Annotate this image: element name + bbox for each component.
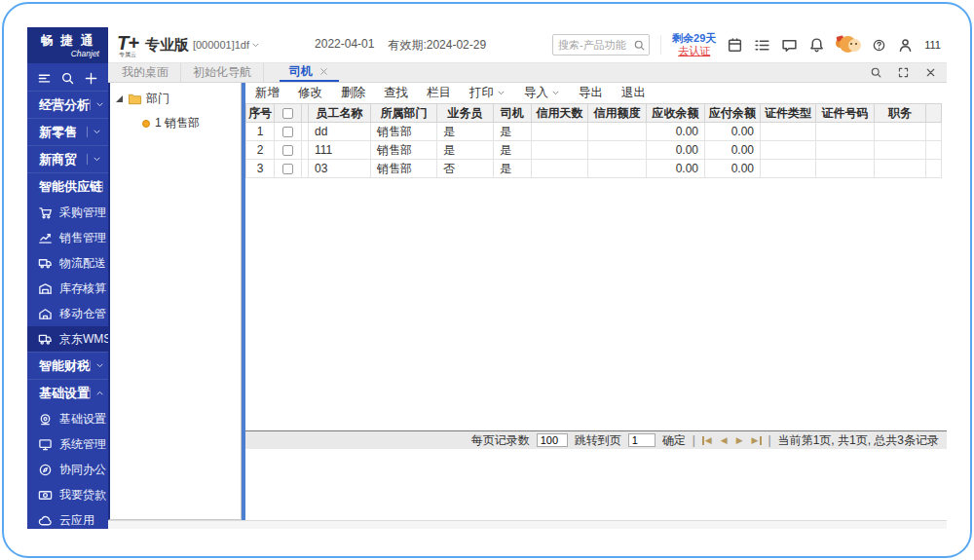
sidebar-item-logistics[interactable]: 物流配送: [27, 250, 108, 276]
column-header-salesman[interactable]: 业务员: [437, 104, 494, 123]
cell-cert_no: [816, 160, 875, 178]
tree-expanded-icon[interactable]: [116, 95, 123, 102]
cell-cert_type: [761, 123, 816, 141]
certify-link[interactable]: 去认证: [672, 45, 716, 57]
cell-receivable: 0.00: [647, 141, 705, 160]
tasklist-icon[interactable]: [754, 37, 770, 54]
column-header-payable[interactable]: 应付余额: [705, 104, 761, 123]
last-page-icon[interactable]: ▶: [752, 436, 762, 445]
sidebar-item-purchase[interactable]: 采购管理: [27, 200, 108, 225]
goto-page-input[interactable]: [628, 433, 656, 447]
column-header-cert_no[interactable]: 证件号码: [816, 104, 875, 123]
column-header-dept[interactable]: 所属部门: [371, 104, 437, 123]
message-icon[interactable]: [781, 37, 798, 54]
sidebar-item-basic-settings[interactable]: 基础设置: [27, 406, 108, 431]
exit-button[interactable]: 退出: [621, 85, 646, 101]
column-header-credit_limit[interactable]: 信用额度: [588, 104, 647, 123]
tab-my-desktop[interactable]: 我的桌面: [110, 63, 181, 82]
bell-icon[interactable]: [808, 37, 825, 54]
sidebar-item-label: 基础设置: [59, 411, 106, 428]
row-checkbox[interactable]: [282, 127, 293, 137]
first-page-icon[interactable]: ◀: [702, 436, 712, 445]
column-header-cert_type[interactable]: 证件类型: [761, 104, 816, 123]
tree-root-department[interactable]: 部门: [116, 91, 235, 107]
delete-button[interactable]: 删除: [341, 85, 365, 101]
trial-remaining-label: 剩余29天: [672, 32, 716, 45]
print-button[interactable]: 打印: [469, 85, 506, 101]
sidebar-group-new-retail[interactable]: 新零售: [27, 118, 108, 145]
system-icon: [38, 437, 53, 452]
find-button[interactable]: 查找: [384, 85, 408, 101]
sidebar-item-mobile-wms[interactable]: 移动仓管: [27, 301, 108, 326]
sidebar-item-loan[interactable]: 我要贷款: [27, 482, 108, 507]
column-header-select[interactable]: [275, 104, 302, 123]
sidebar-group-business-analysis[interactable]: 经营分析: [27, 91, 108, 118]
edit-button[interactable]: 修改: [298, 85, 322, 101]
cell-dept: 销售部: [371, 160, 437, 178]
sidebar-search-icon[interactable]: [60, 71, 75, 86]
row-checkbox[interactable]: [282, 145, 293, 156]
tab-search-icon[interactable]: [870, 66, 882, 79]
sidebar-item-jd-wms[interactable]: 京东WMS: [27, 326, 108, 352]
table-row[interactable]: 2111销售部是是0.000.00: [246, 141, 942, 160]
sidebar-menu: 经营分析新零售新商贸智能供应链采购管理销售管理物流配送库存核算移动仓管京东WMS…: [27, 91, 108, 529]
sidebar-group-new-trade[interactable]: 新商贸: [27, 145, 108, 172]
mascot-icon[interactable]: [836, 35, 861, 55]
search-icon[interactable]: [633, 39, 646, 52]
row-checkbox[interactable]: [282, 164, 293, 174]
chevron-down-icon: [93, 128, 101, 136]
account-switcher[interactable]: [000001]1df: [193, 39, 260, 51]
product-search[interactable]: [552, 34, 650, 56]
sidebar-item-system-mgmt[interactable]: 系统管理: [27, 431, 108, 457]
column-header-driver[interactable]: 司机: [494, 104, 532, 123]
fullscreen-icon[interactable]: [897, 66, 910, 79]
tab-init-nav[interactable]: 初始化导航: [181, 63, 264, 82]
account-label: [000001]1df: [193, 39, 249, 51]
import-button[interactable]: 导入: [524, 85, 560, 101]
menu-icon[interactable]: [37, 71, 52, 86]
bottom-strip: [108, 521, 947, 529]
columns-button[interactable]: 栏目: [427, 85, 451, 101]
separator: |: [768, 433, 771, 447]
table-row[interactable]: 1dd销售部是是0.000.00: [246, 123, 942, 141]
help-icon[interactable]: [872, 38, 886, 53]
tree-node-label: 1 销售部: [155, 115, 200, 131]
column-header-job[interactable]: 职务: [875, 104, 926, 123]
column-header-seq[interactable]: 序号: [246, 104, 275, 123]
button-label: 修改: [298, 85, 322, 101]
sidebar-group-basic-setup[interactable]: 基础设置: [27, 379, 108, 406]
search-input[interactable]: [558, 39, 630, 51]
prev-page-icon[interactable]: ◀: [721, 436, 728, 445]
confirm-button[interactable]: 确定: [662, 432, 686, 449]
user-icon[interactable]: [897, 37, 914, 54]
close-tab-icon[interactable]: [318, 66, 329, 77]
column-header-name[interactable]: 员工名称: [309, 104, 371, 123]
sidebar-item-cloud-apps[interactable]: 云应用: [27, 507, 108, 529]
sidebar-item-sales[interactable]: 销售管理: [27, 225, 108, 250]
chevron-up-icon: [95, 389, 104, 397]
cell-credit_days: [532, 160, 588, 178]
window-frame: 畅 捷 通 Chanjet T+ 专属云 专业版 [000001]1df 202…: [2, 2, 972, 558]
sidebar-item-collab-office[interactable]: 协同办公: [27, 457, 108, 482]
tree-node-sales-dept[interactable]: 1 销售部: [142, 115, 235, 131]
column-header-spacer[interactable]: [302, 104, 309, 123]
sidebar-item-inventory[interactable]: 库存核算: [27, 276, 108, 301]
next-page-icon[interactable]: ▶: [736, 436, 743, 445]
plus-icon[interactable]: [84, 71, 98, 86]
sidebar-group-supply-chain[interactable]: 智能供应链: [27, 172, 108, 200]
select-all-checkbox[interactable]: [282, 108, 293, 119]
export-button[interactable]: 导出: [579, 85, 603, 101]
table-row[interactable]: 303销售部否是0.000.00: [246, 160, 942, 178]
column-header-credit_days[interactable]: 信用天数: [532, 104, 588, 123]
add-button[interactable]: 新增: [255, 85, 280, 101]
button-label: 导入: [524, 85, 548, 101]
close-icon[interactable]: [924, 66, 937, 79]
cell-salesman: 是: [437, 123, 494, 141]
sidebar-group-finance-tax[interactable]: 智能财税: [27, 352, 108, 379]
column-header-receivable[interactable]: 应收余额: [647, 104, 705, 123]
per-page-input[interactable]: [537, 433, 568, 447]
cell-spacer: [302, 160, 309, 178]
per-page-label: 每页记录数: [471, 432, 530, 449]
calendar-icon[interactable]: [727, 37, 743, 54]
tab-driver[interactable]: 司机: [280, 63, 339, 82]
